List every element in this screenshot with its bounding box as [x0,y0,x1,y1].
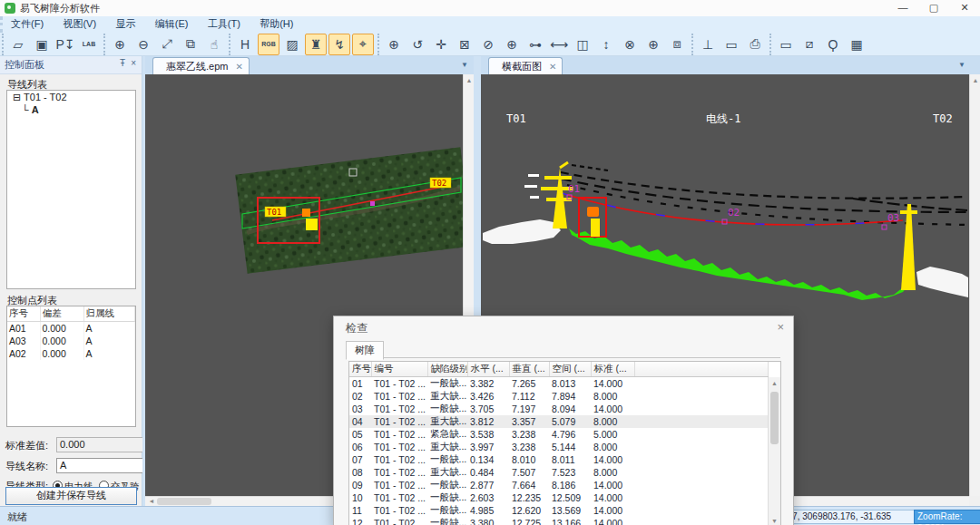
zoom-in-tower-icon[interactable]: ⊕ [383,34,405,55]
control-point-list[interactable]: 序号 偏差 归属线 A010.000AA030.000AA020.000A [6,306,136,427]
center-hscroll-thumb[interactable] [157,498,211,505]
defect-row[interactable]: 09T01 - T02 ...一般缺...2.8777.6648.18614.0… [349,479,769,491]
control-point-row[interactable]: A010.000A [7,322,135,335]
disable-tower-icon[interactable]: ⊘ [477,34,499,55]
defect-row[interactable]: 10T01 - T02 ...一般缺...2.60312.23512.50914… [349,491,769,504]
defect-row[interactable]: 06T01 - T02 ...重大缺...3.9973.2385.1448.00… [349,441,769,453]
rgb-render-icon[interactable]: RGB [258,34,279,55]
col-defect-level[interactable]: 缺陷级别 [427,362,467,377]
minimize-button[interactable]: — [887,0,918,16]
defect-row[interactable]: 12T01 - T02 ...一般缺...3.38012.72513.16614… [349,517,769,525]
label-box-icon[interactable]: ▭ [720,34,742,55]
control-point-row[interactable]: A020.000A [7,347,135,360]
menu-help[interactable]: 帮助(H) [251,16,301,32]
zoom-out-icon[interactable]: ⊖ [132,34,154,55]
fit-window-icon[interactable]: ⧉ [180,34,201,55]
pin-locate-icon[interactable]: Ϙ [822,34,844,55]
tree-expander-icon[interactable]: ⊟ [13,92,21,102]
tower-circle-icon[interactable]: ⊕ [501,34,523,55]
defect-table[interactable]: 序号 编号 缺陷级别 水平 (... 垂直 (... 空间 (... 标准 (.… [348,361,781,525]
panel-close-icon[interactable]: × [131,58,136,68]
danger-measure-icon[interactable]: ↯ [328,34,350,55]
measure-horizontal-icon[interactable]: ⊶ [524,34,546,55]
zoom-extent-icon[interactable]: ⤢ [156,34,178,55]
measure-vertical-icon[interactable]: ↕ [595,34,617,55]
plumb-tool-icon[interactable]: ⊥ [697,34,719,55]
move-tool-icon[interactable]: ✛ [430,34,452,55]
zoom-prev-tower-icon[interactable]: ↺ [407,34,428,55]
defect-row[interactable]: 03T01 - T02 ...一般缺...3.7057.1978.09414.0… [349,403,769,415]
menu-bar: 文件(F) 视图(V) 显示 编辑(E) 工具(T) 帮助(H) [0,16,980,33]
import-lab-icon[interactable]: LAB [78,34,100,55]
maximize-button[interactable]: ▢ [918,0,949,16]
defect-row[interactable]: 02T01 - T02 ...重大缺...3.4267.1127.8948.00… [349,390,769,403]
locate-crosshair-icon[interactable]: ⌖ [352,34,374,55]
elevation-render-icon[interactable]: H [234,34,256,55]
control-point-row[interactable]: A030.000A [7,335,135,347]
menu-edit[interactable]: 编辑(E) [147,16,197,32]
right-tab-dropdown-icon[interactable]: ▼ [958,61,965,69]
defect-row[interactable]: 08T01 - T02 ...重大缺...0.4847.5077.5238.00… [349,466,769,479]
pin-icon[interactable]: Ŧ [120,58,125,68]
toolbar-group: ⊕⊖⤢⧉☝ [103,34,229,55]
measure-range-icon[interactable]: ⟷ [548,34,570,55]
fit-selection-icon[interactable]: ⊠ [454,34,475,55]
report-chart-icon[interactable]: ▦ [846,34,867,55]
col-vertical[interactable]: 垂直 (... [509,362,549,377]
right-vscrollbar[interactable]: ▲ [969,74,980,496]
col-standard[interactable]: 标准 (... [591,362,634,377]
defect-rows: 01T01 - T02 ...一般缺...3.3827.2658.01314.0… [349,377,769,525]
delete-point-icon[interactable]: ⊗ [619,34,641,55]
defect-row[interactable]: 07T01 - T02 ...一般缺...0.1348.0108.01114.0… [349,453,769,466]
create-save-wire-button[interactable]: 创建并保存导线 [5,487,137,505]
tab-cross-close-icon[interactable]: ✕ [549,62,556,72]
dialog-vscroll-thumb[interactable] [770,392,779,444]
polygon-select-icon[interactable]: ⧄ [799,34,820,55]
tree-node-root[interactable]: ⊟ T01 - T02 [7,91,135,103]
close-button[interactable]: ✕ [949,0,980,16]
col-seq[interactable]: 序号 [349,362,371,377]
defect-row[interactable]: 05T01 - T02 ...紧急缺...3.5383.2384.7965.00… [349,428,769,441]
save-icon[interactable]: ▣ [31,34,53,55]
col-horizontal[interactable]: 水平 (... [467,362,509,377]
tab-close-icon[interactable]: ✕ [235,62,242,72]
import-p-icon[interactable]: P↧ [54,34,76,55]
col-spatial[interactable]: 空间 (... [549,362,591,377]
wire-name-input[interactable]: A [56,458,143,473]
center-hscroll-left-icon[interactable]: ◄ [147,498,156,504]
defect-row[interactable]: 01T01 - T02 ...一般缺...3.3827.2658.01314.0… [349,377,769,391]
dialog-close-icon[interactable]: × [777,320,784,334]
image-view-icon[interactable]: ▨ [281,34,303,55]
menu-tools[interactable]: 工具(T) [200,16,249,32]
defect-table-header[interactable]: 序号 编号 缺陷级别 水平 (... 垂直 (... 空间 (... 标准 (.… [349,362,769,377]
wire-list-tree[interactable]: ⊟ T01 - T02 └ A [6,90,136,289]
dialog-vscroll-up-icon[interactable]: ▲ [769,380,780,386]
layer-image-icon[interactable]: ⧈ [666,34,688,55]
ruler-tool-icon[interactable]: ▭ [775,34,797,55]
col-id[interactable]: 编号 [371,362,427,377]
dialog-vscrollbar[interactable]: ▲ ▼ [768,377,780,525]
menu-file[interactable]: 文件(F) [3,16,52,32]
defect-row[interactable]: 11T01 - T02 ...一般缺...4.98512.62013.56914… [349,504,769,517]
cross-label-t02: T02 [933,112,953,125]
svg-text:02: 02 [728,207,740,219]
tree-node-child[interactable]: └ A [7,103,135,115]
menu-view[interactable]: 视图(V) [54,16,104,32]
tower-tool-icon[interactable]: ♜ [305,34,327,55]
toolbar-group: ⊥▭⎙ [691,34,769,55]
tab-epm-file[interactable]: 惠翠乙线.epm✕ [152,57,250,75]
dialog-vscroll-down-icon[interactable]: ▼ [769,518,780,524]
screen-tool-icon[interactable]: ⎙ [744,34,766,55]
pan-hand-icon[interactable]: ☝ [203,34,225,55]
tab-dropdown-icon[interactable]: ▼ [461,61,468,69]
tab-cross-section[interactable]: 横截面图✕ [488,57,563,75]
menu-display[interactable]: 显示 [107,16,143,32]
dialog-tab-tree-obstacle[interactable]: 树障 [346,341,384,360]
add-zoom-icon[interactable]: ⊕ [642,34,664,55]
open-file-icon[interactable]: ▱ [7,34,29,55]
multi-view-icon[interactable]: ◫ [572,34,593,55]
defect-row[interactable]: 04T01 - T02 ...重大缺...3.8123.3575.0798.00… [349,415,769,428]
wire-name-field-row: 导线名称: A [5,458,138,474]
zoom-in-icon[interactable]: ⊕ [109,34,131,55]
right-vscroll-up-icon[interactable]: ▲ [970,77,980,83]
